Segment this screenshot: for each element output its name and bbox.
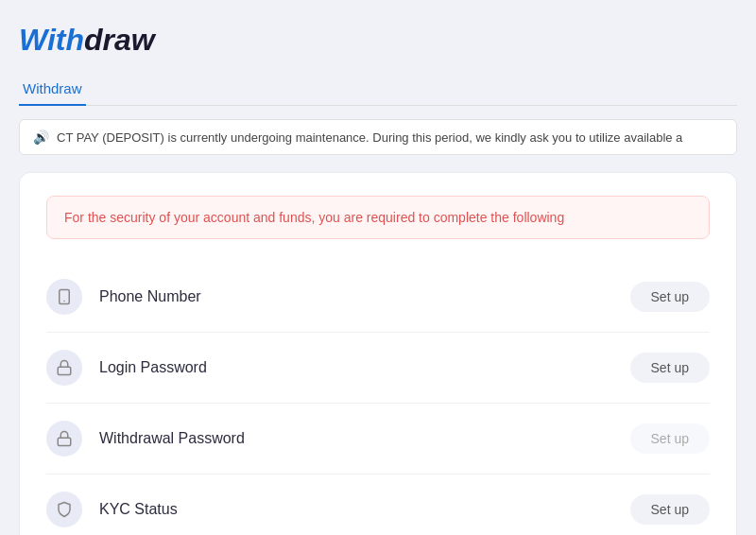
login-password-label: Login Password: [99, 359, 630, 376]
withdrawal-password-icon: [46, 421, 82, 457]
phone-number-label: Phone Number: [99, 288, 630, 305]
security-item-phone: Phone Number Set up: [46, 262, 710, 333]
tab-withdraw[interactable]: Withdraw: [19, 73, 86, 106]
security-item-kyc: KYC Status Set up: [46, 475, 710, 535]
announcement-text: CT PAY (DEPOSIT) is currently undergoing…: [57, 130, 682, 145]
security-item-withdrawal-password: Withdrawal Password Set up: [46, 404, 710, 475]
phone-icon: [46, 279, 82, 315]
security-item-login-password: Login Password Set up: [46, 333, 710, 404]
announcement-bar: 🔊 CT PAY (DEPOSIT) is currently undergoi…: [19, 119, 737, 155]
kyc-icon: [46, 492, 82, 527]
security-notice-text: For the security of your account and fun…: [64, 210, 692, 225]
phone-setup-button[interactable]: Set up: [630, 282, 710, 312]
speaker-icon: 🔊: [33, 129, 49, 145]
login-password-setup-button[interactable]: Set up: [630, 353, 710, 383]
title-blue-part: With: [19, 23, 84, 57]
svg-rect-3: [58, 438, 71, 445]
kyc-status-label: KYC Status: [99, 501, 630, 518]
title-black-part: draw: [84, 23, 155, 57]
security-notice: For the security of your account and fun…: [46, 196, 710, 239]
tabs-bar: Withdraw: [19, 73, 737, 106]
withdrawal-password-label: Withdrawal Password: [99, 430, 630, 447]
svg-rect-2: [58, 367, 71, 374]
security-items-list: Phone Number Set up Login Password Set u…: [46, 262, 710, 535]
page-title: Withdraw: [19, 23, 737, 58]
withdrawal-password-setup-button[interactable]: Set up: [630, 423, 710, 454]
login-password-icon: [46, 350, 82, 386]
main-card: For the security of your account and fun…: [19, 172, 737, 535]
kyc-setup-button[interactable]: Set up: [630, 494, 710, 525]
